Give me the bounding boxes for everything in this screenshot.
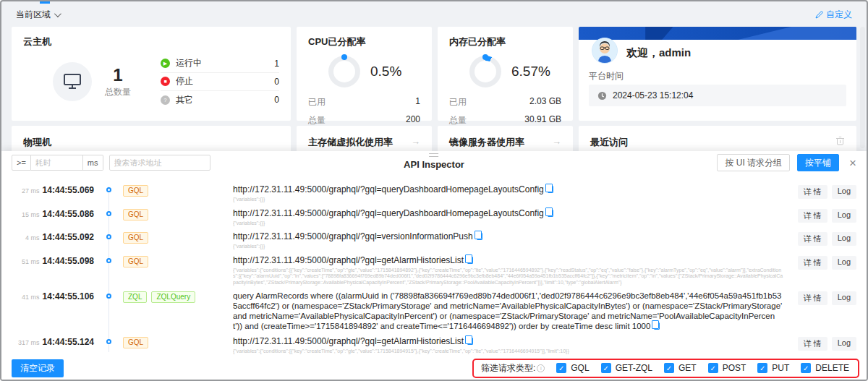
checkbox-checked-icon[interactable]: ✓: [708, 363, 718, 373]
detail-button[interactable]: 详 情: [798, 232, 827, 246]
ms-suffix: ms: [83, 155, 103, 171]
timeline-dot-icon: [94, 231, 123, 239]
customize-label: 自定义: [826, 9, 852, 21]
app-window: 当前区域 自定义 云主机 1 总数量 ▶: [0, 0, 868, 381]
request-list: 27 ms14:44:55.069 GQL http://172.31.11.4…: [1, 175, 867, 356]
donut-cap-icon: [482, 54, 488, 60]
pencil-icon: [815, 11, 823, 19]
duration-input[interactable]: [31, 155, 83, 171]
log-button[interactable]: Log: [832, 232, 856, 246]
detail-button[interactable]: 详 情: [798, 209, 827, 223]
checkbox-checked-icon[interactable]: ✓: [556, 363, 566, 373]
copy-icon[interactable]: [477, 233, 482, 240]
api-inspector-panel: >= ms API Inspector 按 UI 请求分组 按平铺 × 27 m…: [1, 151, 867, 380]
welcome-greeting: 欢迎，admin: [626, 46, 691, 60]
detail-button[interactable]: 详 情: [798, 291, 827, 305]
request-meta: 27 ms14:44:55.069: [1, 184, 94, 195]
panel-footer: 清空记录 筛选请求类型: i ✓GQL ✓GET-ZQL ✓GET ✓POST …: [1, 356, 867, 380]
arrow-right-icon[interactable]: →: [552, 136, 561, 147]
info-icon[interactable]: i: [537, 364, 545, 372]
cpu-total-value: 200: [406, 114, 420, 127]
request-row: 51 ms14:44:55.098 GQL http://172.31.11.4…: [1, 252, 867, 288]
request-meta: 41 ms14:44:55.106: [1, 291, 94, 301]
summary-cards-row: 云主机 1 总数量 ▶ 运行中 1 ■ 停止 0: [12, 27, 856, 121]
memory-used-value: 2.03 GB: [529, 96, 561, 108]
copy-icon[interactable]: [467, 338, 473, 345]
page-scrollbar[interactable]: [860, 27, 865, 148]
request-actions: 详 情 Log: [794, 255, 856, 270]
request-content: query AlarmRecords where ((alarmUuid in …: [233, 291, 794, 331]
panel-title: API Inspector: [404, 159, 464, 170]
trash-icon[interactable]: [835, 136, 845, 145]
request-timestamp: 14:44:55.069: [43, 185, 94, 195]
request-type-tag: GQL: [123, 209, 148, 221]
filter-type-label: GET: [678, 363, 697, 373]
detail-button[interactable]: 详 情: [798, 337, 827, 351]
request-text: http://172.31.11.49:5000/graphql/?gql=ge…: [233, 336, 784, 347]
request-params: {"variables":{}}: [233, 221, 784, 227]
filter-type-get[interactable]: ✓GET: [664, 363, 697, 373]
region-selector[interactable]: 当前区域: [16, 9, 59, 21]
request-timestamp: 14:44:55.124: [43, 337, 94, 347]
request-row: 4 ms14:44:55.092 GQL http://172.31.11.49…: [1, 228, 867, 252]
clear-records-button[interactable]: 清空记录: [12, 359, 64, 377]
detail-button[interactable]: 详 情: [798, 185, 827, 199]
welcome-banner: [579, 27, 856, 40]
memory-used-row: 已用 2.03 GB: [449, 96, 561, 108]
request-content: http://172.31.11.49:5000/graphql/?gql=ge…: [233, 336, 794, 355]
filter-type-post[interactable]: ✓POST: [708, 363, 746, 373]
mini-card-title: 镜像服务器使用率: [449, 136, 524, 149]
ge-prefix: >=: [12, 155, 31, 171]
annotation-highlight-box: 筛选请求类型: i ✓GQL ✓GET-ZQL ✓GET ✓POST ✓PUT …: [472, 359, 859, 378]
vm-card: 云主机 1 总数量 ▶ 运行中 1 ■ 停止 0: [12, 27, 291, 121]
filter-type-delete[interactable]: ✓DELETE: [801, 363, 849, 373]
checkbox-checked-icon[interactable]: ✓: [664, 363, 674, 373]
copy-icon[interactable]: [548, 186, 553, 193]
request-duration: 51 ms: [22, 258, 40, 265]
log-button[interactable]: Log: [832, 291, 856, 305]
copy-icon[interactable]: [467, 257, 473, 264]
filter-type-put[interactable]: ✓PUT: [757, 363, 789, 373]
cpu-card-title: CPU已分配率: [308, 35, 420, 48]
filter-type-gql[interactable]: ✓GQL: [556, 363, 589, 373]
top-accent-tick: [40, 1, 50, 4]
detail-button[interactable]: 详 情: [798, 256, 827, 270]
log-button[interactable]: Log: [832, 185, 856, 199]
log-button[interactable]: Log: [832, 256, 856, 270]
filter-types-label: 筛选请求类型: i: [481, 362, 545, 374]
request-tags: GQL: [123, 336, 233, 348]
vm-card-title: 云主机: [23, 35, 279, 48]
log-button[interactable]: Log: [832, 209, 856, 223]
filter-type-label: PUT: [772, 363, 789, 373]
search-input[interactable]: [109, 155, 210, 171]
drag-handle-icon[interactable]: [429, 153, 438, 157]
customize-button[interactable]: 自定义: [815, 9, 852, 21]
copy-icon[interactable]: [654, 322, 660, 330]
timeline-dot-icon: [94, 255, 123, 263]
request-actions: 详 情 Log: [794, 336, 856, 351]
filter-type-label: GQL: [571, 363, 589, 373]
filter-label-text: 筛选请求类型:: [481, 362, 535, 374]
copy-icon[interactable]: [548, 210, 553, 217]
request-duration: 27 ms: [22, 187, 40, 194]
request-params: {"variables":{"conditions":[{"key":"crea…: [233, 348, 784, 355]
log-button[interactable]: Log: [832, 337, 856, 351]
filter-type-get-zql[interactable]: ✓GET-ZQL: [601, 363, 652, 373]
checkbox-checked-icon[interactable]: ✓: [601, 363, 611, 373]
request-meta: 4 ms14:44:55.092: [1, 231, 94, 242]
checkbox-checked-icon[interactable]: ✓: [757, 363, 767, 373]
close-icon[interactable]: ×: [849, 157, 856, 169]
status-dot-icon: ?: [161, 95, 170, 105]
request-text: http://172.31.11.49:5000/graphql/?gql=qu…: [233, 208, 784, 219]
request-duration: 317 ms: [18, 339, 40, 346]
group-by-ui-button[interactable]: 按 UI 请求分组: [717, 154, 790, 171]
arrow-right-icon[interactable]: →: [411, 136, 420, 147]
vm-stat-label: 其它: [176, 94, 274, 106]
welcome-card: 欢迎，admin 平台时间 2024-05-23 15:12:04: [579, 27, 856, 121]
request-type-tag: GQL: [123, 256, 148, 267]
vm-stats: ▶ 运行中 1 ■ 停止 0 ? 其它 0: [161, 55, 279, 109]
checkbox-checked-icon[interactable]: ✓: [801, 363, 811, 373]
request-text: http://172.31.11.49:5000/graphql/?gql=ge…: [233, 255, 784, 266]
request-timestamp: 14:44:55.098: [43, 256, 94, 266]
flat-view-button[interactable]: 按平铺: [797, 154, 839, 171]
